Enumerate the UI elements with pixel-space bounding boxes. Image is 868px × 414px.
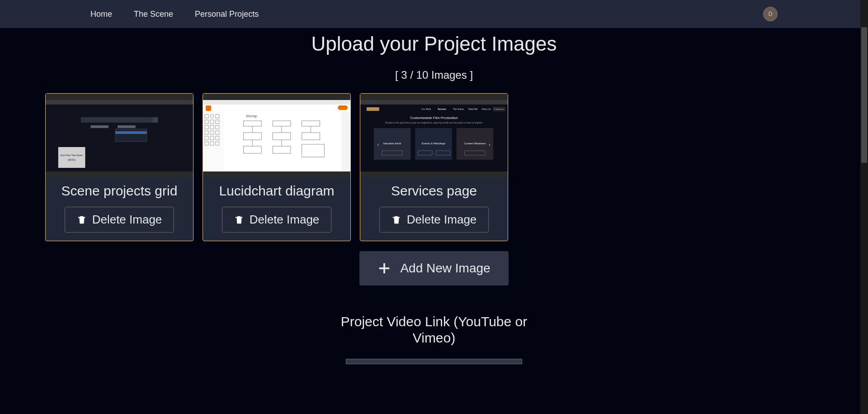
svg-rect-55 xyxy=(203,171,350,177)
video-link-label: Project Video Link (YouTube or Vimeo) xyxy=(0,314,868,346)
svg-rect-16 xyxy=(203,100,350,105)
delete-image-label: Delete Image xyxy=(92,213,162,227)
image-card: Our WorkServices The SceneTakeONEAbout U… xyxy=(360,93,508,241)
nav-link-personal-projects[interactable]: Personal Projects xyxy=(195,10,259,19)
image-card-title: Lucidchart diagram xyxy=(219,183,334,199)
page-title: Upload your Project Images xyxy=(0,33,868,55)
svg-text:Sitemap: Sitemap xyxy=(245,114,257,118)
nav-links: Home The Scene Personal Projects xyxy=(90,10,259,19)
svg-text:Dashboard: Dashboard xyxy=(494,108,504,110)
image-card-title: Services page xyxy=(391,183,477,199)
svg-text:Services: Services xyxy=(438,108,447,110)
delete-image-label: Delete Image xyxy=(250,213,320,227)
svg-text:About Us: About Us xyxy=(481,108,491,110)
svg-text:Events & Weddings: Events & Weddings xyxy=(422,142,445,145)
svg-rect-59 xyxy=(367,107,379,111)
svg-rect-81 xyxy=(360,171,508,177)
nav-link-the-scene[interactable]: The Scene xyxy=(134,10,173,19)
video-link-input[interactable] xyxy=(346,359,522,364)
svg-text:The Scene: The Scene xyxy=(453,108,464,110)
add-new-image-button[interactable]: Add New Image xyxy=(359,251,508,286)
svg-rect-7 xyxy=(118,125,136,128)
svg-text:Evil Has Two Eyes: Evil Has Two Eyes xyxy=(61,154,83,157)
image-cards-grid: Evil Has Two Eyes (2021) Scene projects … xyxy=(45,93,868,241)
svg-text:Provides us the opportunity to: Provides us the opportunity to open our … xyxy=(385,122,483,124)
svg-rect-58 xyxy=(360,100,508,105)
trash-icon xyxy=(77,214,87,225)
top-navbar: Home The Scene Personal Projects D xyxy=(0,0,868,28)
plus-icon xyxy=(377,262,391,275)
add-new-image-label: Add New Image xyxy=(400,261,490,276)
svg-text:‹: ‹ xyxy=(377,142,379,147)
svg-text:TakeONE: TakeONE xyxy=(468,108,478,110)
svg-rect-9 xyxy=(115,131,147,134)
trash-icon xyxy=(392,214,401,225)
svg-text:(2021): (2021) xyxy=(68,158,75,161)
svg-rect-57 xyxy=(360,94,508,100)
svg-rect-8 xyxy=(115,129,147,142)
svg-rect-15 xyxy=(203,94,350,100)
image-card: Evil Has Two Eyes (2021) Scene projects … xyxy=(45,93,193,241)
delete-image-button[interactable]: Delete Image xyxy=(222,207,332,233)
svg-rect-19 xyxy=(338,105,348,110)
svg-rect-18 xyxy=(206,105,211,111)
image-card: Sitemap xyxy=(203,93,351,241)
svg-rect-6 xyxy=(90,125,108,128)
svg-rect-13 xyxy=(46,171,193,177)
avatar[interactable]: D xyxy=(763,7,778,21)
svg-text:›: › xyxy=(489,142,490,147)
image-thumbnail: Evil Has Two Eyes (2021) xyxy=(46,94,193,177)
scrollbar-track[interactable] xyxy=(860,0,868,414)
delete-image-button[interactable]: Delete Image xyxy=(379,207,489,233)
nav-link-home[interactable]: Home xyxy=(90,10,112,19)
scrollbar-thumb[interactable] xyxy=(861,27,867,163)
svg-rect-5 xyxy=(153,117,158,123)
image-card-title: Scene projects grid xyxy=(61,183,178,199)
delete-image-button[interactable]: Delete Image xyxy=(65,207,175,233)
svg-text:Customizable Film Production: Customizable Film Production xyxy=(410,116,458,120)
image-thumbnail: Our WorkServices The SceneTakeONEAbout U… xyxy=(360,94,508,177)
svg-rect-4 xyxy=(81,117,157,123)
image-counter: [ 3 / 10 Images ] xyxy=(0,69,868,81)
svg-text:Content Retainers: Content Retainers xyxy=(464,142,486,145)
svg-rect-2 xyxy=(46,100,193,105)
image-thumbnail: Sitemap xyxy=(203,94,350,177)
svg-rect-17 xyxy=(203,105,350,112)
svg-rect-1 xyxy=(46,94,193,100)
svg-text:Our Work: Our Work xyxy=(421,108,431,110)
delete-image-label: Delete Image xyxy=(407,213,477,227)
trash-icon xyxy=(234,214,244,225)
svg-rect-10 xyxy=(58,147,85,168)
svg-text:Narrative Work: Narrative Work xyxy=(383,142,401,145)
